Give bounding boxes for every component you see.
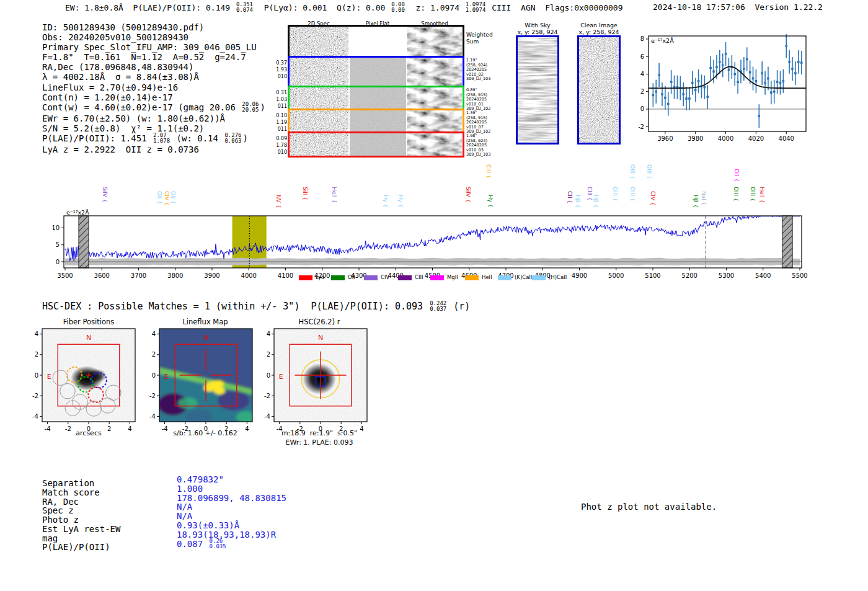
cutout-row-left-labels: 0.37 1.93 010 bbox=[271, 60, 287, 80]
smoothed-image bbox=[407, 133, 462, 156]
match-row-value: N/A bbox=[177, 502, 286, 512]
spec-x-tick-label: 3600 bbox=[94, 272, 110, 279]
cutout-row bbox=[288, 56, 464, 89]
line-label-OIII: OIII { bbox=[733, 187, 739, 202]
info-line: P(LAE)/P(OII): 1.451 2.071.078 (w: 0.14 … bbox=[42, 133, 265, 144]
line-label-OIII: OIII { bbox=[646, 164, 652, 179]
legend-label: HeII bbox=[482, 274, 492, 280]
stacked-value: 0.3510.074 bbox=[236, 2, 253, 13]
cutout-y-tick: 0 bbox=[35, 372, 38, 379]
legend-swatch-MgII bbox=[430, 275, 444, 280]
match-table-labels: SeparationMatch scoreRA, DecSpec zPhoto … bbox=[42, 479, 120, 552]
cutout-x-tick: 4 bbox=[245, 425, 249, 432]
fit-x-tick-label: 3980 bbox=[688, 135, 703, 142]
cutout-x-tick: -4 bbox=[162, 425, 168, 432]
pixel-flat-image bbox=[350, 133, 406, 156]
fiber-positions-plot: -4-4-2-2002244NE bbox=[20, 322, 154, 447]
north-label: N bbox=[203, 334, 208, 342]
fit-units-label: e⁻¹⁷x2Å bbox=[651, 37, 674, 44]
line-label-HeII: HeII { bbox=[331, 187, 337, 203]
2d-spec-image bbox=[290, 87, 348, 110]
info-line: LyA z = 2.2922 OII z = 0.0736 bbox=[42, 144, 265, 154]
spacer bbox=[745, 2, 755, 12]
cutout-y-tick: 2 bbox=[152, 351, 156, 358]
info-line: Obs: 20240205v010_5001289430 bbox=[42, 32, 265, 42]
match-row-label: Photo z bbox=[42, 515, 120, 525]
legend-label: MgII bbox=[447, 274, 458, 280]
legend-label: OII bbox=[348, 274, 355, 280]
line-label-CIV: CIV { bbox=[650, 191, 656, 206]
info-line: Primary Spec_Slot_IFU_AMP: 309_046_005_L… bbox=[42, 42, 265, 52]
line-label-HeII: HeII { bbox=[759, 187, 765, 203]
spec-x-tick-label: 3800 bbox=[167, 272, 183, 279]
spec-x-tick-label: 4900 bbox=[572, 272, 587, 279]
line-label-OII: OII { bbox=[733, 169, 740, 182]
cutout-row-right-labels: 0.89" (258, 915) 20240205 v010_01 309_LU… bbox=[466, 88, 490, 112]
legend-label: (H)CaII bbox=[549, 274, 567, 280]
spec-y-tick-label: 5 bbox=[56, 241, 60, 248]
with-sky-panel-title: With Sky x, y: 258, 924 bbox=[517, 22, 557, 35]
photz-note: Phot z plot not available. bbox=[581, 502, 717, 512]
hsc-cutout-plot: -4-4-2-2002244NE bbox=[252, 322, 386, 447]
cutout-row-right-labels: Weighted Sum bbox=[466, 32, 493, 45]
match-row-label: RA, Dec bbox=[42, 497, 120, 507]
match-row-value: 1.000 bbox=[177, 484, 286, 494]
header-summary: EW: 1.8±0.8Å P(LAE)/P(OII): 0.149 0.3510… bbox=[65, 2, 622, 14]
cutout-x-tick: -2 bbox=[65, 425, 71, 432]
line-label-Hβ: Hβ { bbox=[575, 195, 581, 208]
smoothed-image bbox=[407, 110, 462, 133]
spec-x-tick-label: 3900 bbox=[204, 272, 219, 279]
line-label-OIII: OIII { bbox=[750, 187, 756, 202]
line-label-CII: CII { bbox=[567, 191, 573, 203]
match-row-value: 18.93(18.93,18.93)R bbox=[177, 530, 286, 540]
match-row-label: mag bbox=[42, 534, 120, 543]
legend-swatch-(K)CaII bbox=[498, 275, 512, 280]
north-label: N bbox=[318, 334, 323, 342]
2d-spec-image bbox=[290, 110, 348, 133]
spec-x-tick-label: 5300 bbox=[719, 272, 734, 279]
cutout-row bbox=[288, 109, 464, 135]
fit-x-tick-label: 3960 bbox=[657, 135, 673, 142]
cutout-row bbox=[288, 86, 464, 112]
clean-image-panel-title: Clean Image x, y: 258, 924 bbox=[578, 22, 619, 35]
info-line: F=1.8" T=0.161 N=1.12 A=0.52 g=24.7 bbox=[42, 52, 265, 62]
stacked-value: 0.2420.037 bbox=[430, 301, 446, 312]
stacked-value: 2.071.078 bbox=[153, 133, 170, 144]
line-label-NaI: NaI { bbox=[701, 191, 707, 206]
hatch-band bbox=[79, 216, 89, 268]
2d-spec-image bbox=[290, 27, 348, 56]
smoothed-image bbox=[407, 87, 462, 110]
info-line: Cont(w) = 4.60(±0.02)e-17 (gmag 20.06 20… bbox=[42, 102, 265, 113]
match-row-value: 0.087 0.260.035 bbox=[177, 539, 286, 550]
cutout-row-right-labels: 1.39" (258, 915) 20240205 v010_07 309_LU… bbox=[466, 111, 490, 135]
line-label-SiIV: SiIV { bbox=[102, 187, 108, 203]
legend-swatch-Lyα bbox=[299, 275, 312, 280]
info-line: EWr = 6.70(±2.50) (w: 1.80(±0.62))Å bbox=[42, 113, 265, 123]
match-row-label: Spec z bbox=[42, 506, 120, 515]
legend-label: CIV bbox=[381, 274, 389, 280]
info-line: RA,Dec (178.096848,48.830944) bbox=[42, 62, 265, 72]
match-row-label: Separation bbox=[42, 479, 120, 488]
match-row-label: Match score bbox=[42, 488, 120, 497]
legend-swatch-OII bbox=[331, 275, 345, 280]
cutout-row bbox=[288, 25, 464, 58]
pixel-flat-image bbox=[350, 58, 406, 87]
cutout-y-tick: -4 bbox=[149, 413, 156, 420]
hsc-xlabel-2: EWr: 1. PLAE: 0.093 bbox=[285, 438, 353, 447]
match-row-value: 0.93(±0.33)Å bbox=[177, 521, 286, 530]
cutout-y-tick: 4 bbox=[35, 331, 38, 337]
pixel-flat-image bbox=[350, 110, 406, 133]
spec-x-tick-label: 5100 bbox=[645, 272, 660, 279]
line-label-SiII: SiII { bbox=[302, 187, 308, 200]
lineflux-xlabel: s/b: 1.60 +/- 0.162 bbox=[173, 429, 237, 437]
line-label-Hγ: Hγ { bbox=[397, 195, 404, 208]
with-sky-panel bbox=[516, 35, 559, 144]
pixel-flat-image bbox=[350, 27, 406, 56]
stacked-value: 0.000.00 bbox=[391, 2, 405, 13]
cutout-row-right-labels: 1.19" (258, 924) 20240205 v010_02 309_LU… bbox=[466, 58, 490, 82]
cutout-y-tick: -4 bbox=[264, 413, 270, 420]
cutout-y-tick: 2 bbox=[35, 351, 38, 358]
cutout-y-tick: -4 bbox=[32, 413, 38, 420]
cutout-row-right-labels: 1.98" (258, 924) 20240205 v010_03 309_LU… bbox=[466, 134, 490, 158]
full-spectrum-plot: 3500360037003800390040004100420043004400… bbox=[53, 208, 815, 281]
